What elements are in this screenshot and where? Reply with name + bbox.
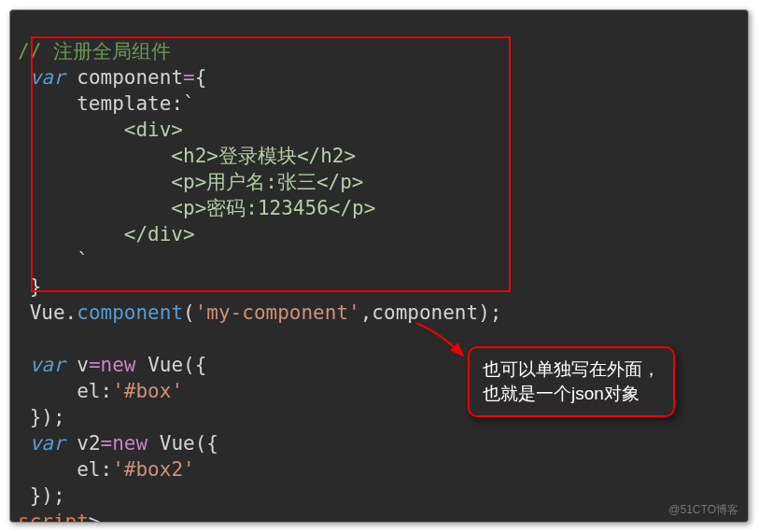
args: ,component);: [360, 301, 502, 324]
code-editor: // 注册全局组件 var component={ template:` <di…: [9, 9, 749, 523]
template-line: <p>用户名:张三</p>: [18, 171, 364, 193]
keyword-new: new: [112, 432, 148, 455]
operator: =: [101, 432, 113, 455]
blank-line: [18, 328, 30, 350]
class: Vue: [148, 432, 195, 455]
property: el: [18, 458, 101, 481]
template-line: <div>: [18, 119, 183, 141]
method: component: [77, 301, 183, 324]
code-block: // 注册全局组件 var component={ template:` <di…: [10, 10, 748, 523]
identifier: v: [65, 354, 89, 376]
paren: ({: [195, 432, 218, 455]
identifier: v2: [65, 432, 101, 455]
string: 'my-component': [195, 301, 360, 324]
colon: :: [101, 380, 113, 402]
dot: .: [65, 301, 77, 324]
close: });: [18, 406, 65, 428]
paren: (: [183, 301, 195, 324]
watermark: @51CTO博客: [668, 502, 738, 518]
template-line: </div>: [18, 223, 195, 245]
brace: {: [195, 66, 207, 89]
operator: =: [89, 354, 101, 376]
keyword-var: var: [30, 66, 65, 89]
keyword-new: new: [101, 354, 136, 376]
script-tag: script: [18, 511, 89, 523]
comment-line: // 注册全局组件: [18, 40, 171, 63]
class: Vue: [135, 354, 183, 376]
template-line: <p>密码:123456</p>: [18, 197, 375, 219]
gt: >: [89, 511, 101, 523]
keyword-var: var: [30, 354, 65, 376]
brace: }: [18, 275, 41, 298]
template-end: `: [18, 249, 89, 272]
callout-text: 也可以单独写在外面，也就是一个json对象: [483, 359, 660, 403]
vue-id: Vue: [18, 301, 65, 324]
annotation-callout: 也可以单独写在外面，也就是一个json对象: [468, 346, 675, 417]
string: '#box': [112, 380, 183, 402]
identifier: component: [65, 66, 183, 89]
punct: :`: [171, 92, 194, 115]
operator: =: [183, 66, 195, 89]
keyword-var: var: [30, 432, 65, 455]
colon: :: [101, 458, 113, 481]
property: el: [18, 380, 101, 402]
string: '#box2': [112, 458, 195, 481]
close: });: [18, 484, 65, 507]
template-line: <h2>登录模块</h2>: [18, 145, 356, 167]
property: template: [18, 92, 171, 115]
paren: ({: [183, 354, 206, 376]
